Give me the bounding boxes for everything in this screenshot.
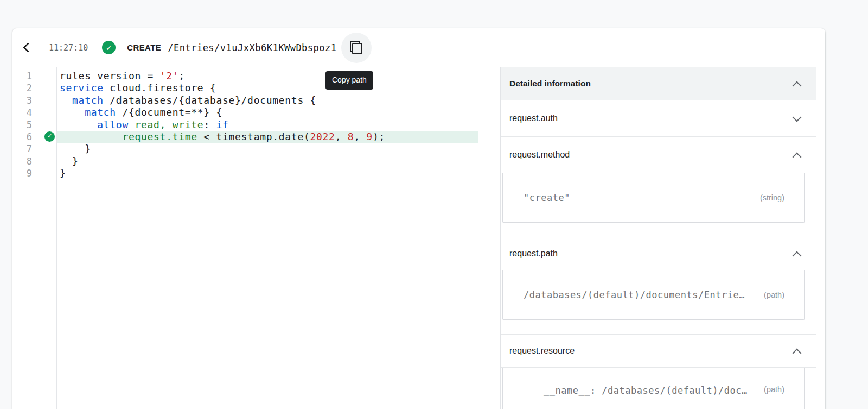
value-type-label: (path): [764, 291, 784, 299]
chevron-up-icon: [793, 152, 802, 161]
code-text[interactable]: rules_version = '2';: [57, 70, 500, 82]
line-number: 4: [12, 106, 57, 118]
arrow-back-icon: [23, 42, 33, 52]
request-method-label: CREATE: [127, 43, 161, 52]
chevron-down-icon: [793, 112, 802, 122]
code-text[interactable]: }: [57, 143, 500, 155]
value-type-label: (path): [764, 385, 784, 394]
chevron-up-icon: [793, 81, 802, 90]
header: 11:27:10 CREATE /Entries/v1uJxXb6K1KWwDb…: [12, 28, 825, 67]
code-text[interactable]: allow read, write: if: [57, 119, 500, 131]
code-text[interactable]: request.time < timestamp.date(2022, 8, 9…: [57, 131, 478, 143]
detail-panel-title: Detailed information: [509, 79, 591, 89]
value-type-label: (string): [760, 193, 784, 202]
chevron-up-icon: [793, 251, 802, 260]
section-label: request.path: [509, 249, 558, 259]
rule-check-circle-icon: [44, 131, 55, 142]
code-line[interactable]: 5 allow read, write: if: [12, 119, 500, 131]
code-line[interactable]: 6 request.time < timestamp.date(2022, 8,…: [12, 131, 500, 143]
code-text[interactable]: match /databases/{database}/documents {: [57, 95, 500, 106]
value-text: /databases/(default)/documents/Entrie…: [524, 290, 745, 300]
line-number: 9: [12, 167, 57, 179]
copy-path-button[interactable]: [341, 33, 372, 63]
code-line[interactable]: 8 }: [12, 155, 500, 167]
request-resource-value-box: __name__: /databases/(default)/doc… (pat…: [502, 368, 805, 409]
line-number: 1: [12, 70, 57, 82]
code-text[interactable]: }: [57, 155, 500, 167]
request-path-text: /Entries/v1uJxXb6K1KWwDbspoz1: [168, 42, 336, 53]
code-text[interactable]: service cloud.firestore {: [57, 82, 500, 94]
code-line[interactable]: 2service cloud.firestore {: [12, 82, 500, 94]
request-method-value-box: "create" (string): [502, 173, 805, 223]
line-number: 7: [12, 143, 57, 155]
code-line[interactable]: 3 match /databases/{database}/documents …: [12, 95, 500, 106]
request-timestamp: 11:27:10: [49, 43, 88, 53]
value-text: __name__: /databases/(default)/doc…: [524, 385, 748, 396]
code-lines: 1rules_version = '2';2service cloud.fire…: [12, 67, 500, 180]
detail-panel: Detailed information request.auth reques…: [500, 67, 816, 409]
code-line[interactable]: 9}: [12, 167, 500, 179]
section-label: request.resource: [509, 346, 575, 356]
allow-status-check-icon: [102, 41, 116, 54]
line-number: 2: [12, 82, 57, 94]
code-line[interactable]: 4 match /{document=**} {: [12, 106, 500, 118]
section-request-path[interactable]: request.path: [501, 237, 816, 270]
section-request-method[interactable]: request.method: [501, 137, 816, 173]
line-number: 3: [12, 95, 57, 106]
chevron-up-icon: [793, 348, 802, 357]
value-text: "create": [524, 192, 570, 203]
code-text[interactable]: }: [57, 167, 500, 179]
code-text[interactable]: match /{document=**} {: [57, 106, 500, 118]
request-path-value-box: /databases/(default)/documents/Entrie… (…: [502, 270, 805, 320]
line-number: 6: [12, 131, 57, 143]
copy-path-tooltip: Copy path: [326, 71, 373, 90]
section-request-auth[interactable]: request.auth: [501, 100, 816, 137]
line-number: 5: [12, 119, 57, 131]
code-line[interactable]: 1rules_version = '2';: [12, 70, 500, 82]
code-line[interactable]: 7 }: [12, 143, 500, 155]
request-evaluation-card: 11:27:10 CREATE /Entries/v1uJxXb6K1KWwDb…: [12, 28, 825, 409]
detailed-information-header[interactable]: Detailed information: [501, 67, 816, 100]
copy-icon: [350, 41, 362, 54]
rules-editor[interactable]: 1rules_version = '2';2service cloud.fire…: [12, 67, 500, 409]
section-label: request.auth: [509, 114, 558, 123]
line-number: 8: [12, 155, 57, 167]
back-button[interactable]: [17, 38, 36, 58]
section-label: request.method: [509, 150, 570, 160]
section-request-resource[interactable]: request.resource: [501, 334, 816, 368]
